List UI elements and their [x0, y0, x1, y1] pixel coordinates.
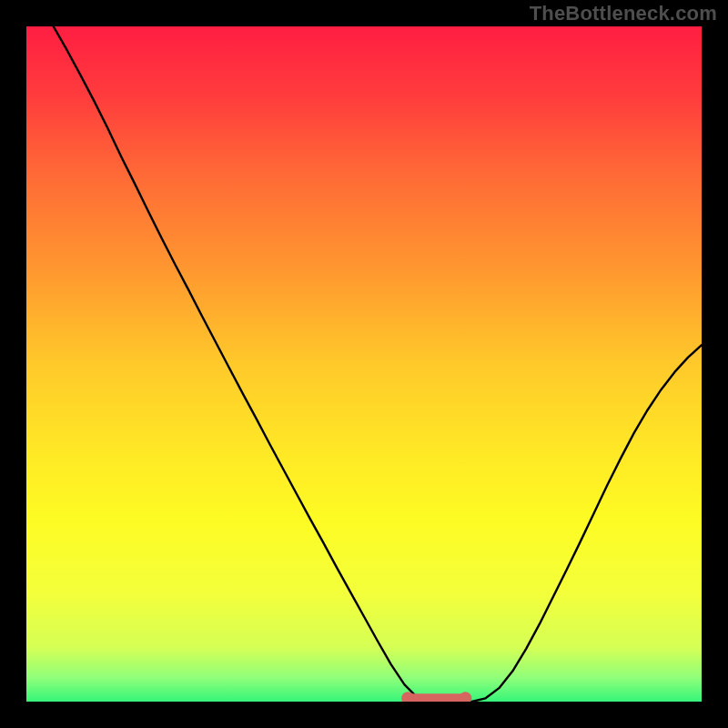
chart-frame: TheBottleneck.com — [0, 0, 728, 728]
bottleneck-chart — [26, 26, 702, 702]
watermark-text: TheBottleneck.com — [530, 2, 717, 25]
gradient-background — [26, 26, 702, 702]
